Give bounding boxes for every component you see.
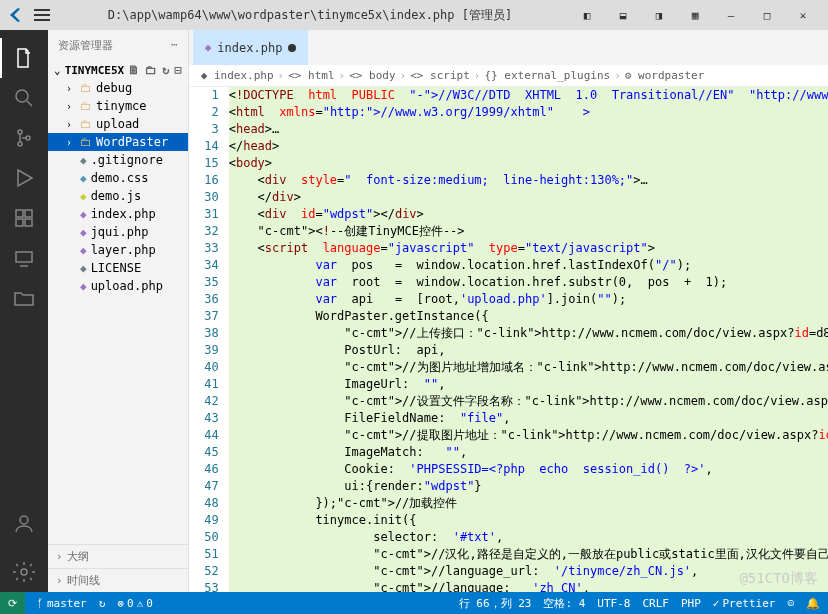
tree-item-upload-php[interactable]: ◆upload.php bbox=[48, 277, 188, 295]
svg-rect-4 bbox=[16, 210, 23, 217]
code-content[interactable]: <!DOCTYPE html PUBLIC "-">//W3C//DTD XHT… bbox=[229, 87, 828, 592]
tree-item-label: debug bbox=[96, 81, 132, 95]
folder-icon: 🗀 bbox=[80, 81, 92, 95]
tree-item-tinymce[interactable]: ›🗀tinymce bbox=[48, 97, 188, 115]
explorer-icon[interactable] bbox=[0, 38, 48, 78]
tree-item-label: jqui.php bbox=[91, 225, 149, 239]
layout-grid-icon[interactable]: ▦ bbox=[678, 2, 712, 28]
breadcrumb-item[interactable]: <> body bbox=[349, 69, 395, 82]
file-icon: ◆ bbox=[80, 154, 87, 167]
remote-indicator[interactable]: ⟳ bbox=[0, 592, 25, 614]
vscode-logo-icon bbox=[8, 7, 24, 23]
window-title: D:\app\wamp64\www\wordpaster\tinymce5x\i… bbox=[50, 7, 570, 24]
file-tree: ›🗀debug›🗀tinymce›🗀upload›🗀WordPaster◆.gi… bbox=[48, 79, 188, 544]
settings-icon[interactable] bbox=[0, 552, 48, 592]
tree-item-label: tinymce bbox=[96, 99, 147, 113]
tree-item-LICENSE[interactable]: ◆LICENSE bbox=[48, 259, 188, 277]
source-control-icon[interactable] bbox=[0, 118, 48, 158]
run-debug-icon[interactable] bbox=[0, 158, 48, 198]
tree-item-layer-php[interactable]: ◆layer.php bbox=[48, 241, 188, 259]
watermark: @51CTO博客 bbox=[739, 570, 818, 588]
svg-rect-8 bbox=[16, 252, 32, 262]
tab-bar: ◆ index.php ⧉ ◫ ⋯ bbox=[189, 30, 828, 65]
svg-point-2 bbox=[18, 142, 22, 146]
breadcrumb-item[interactable]: ⚙ wordpaster bbox=[625, 69, 704, 82]
project-header[interactable]: ⌄ TINYMCE5X 🗎 🗀 ↻ ⊟ bbox=[48, 61, 188, 79]
prettier-status[interactable]: ✓ Prettier bbox=[713, 597, 776, 610]
breadcrumb-item[interactable]: ◆ index.php bbox=[201, 69, 274, 82]
layout-bottom-icon[interactable]: ⬓ bbox=[606, 2, 640, 28]
refresh-icon[interactable]: ↻ bbox=[162, 63, 169, 77]
svg-point-9 bbox=[20, 516, 28, 524]
sidebar-more-icon[interactable]: ⋯ bbox=[171, 38, 178, 53]
encoding[interactable]: UTF-8 bbox=[597, 597, 630, 610]
code-area[interactable]: 1231415163031323334353637383940414243444… bbox=[189, 87, 828, 592]
problems[interactable]: ⊗ 0 ⚠ 0 bbox=[117, 597, 153, 610]
layout-left-icon[interactable]: ◧ bbox=[570, 2, 604, 28]
tree-item-demo-css[interactable]: ◆demo.css bbox=[48, 169, 188, 187]
minimize-button[interactable]: — bbox=[714, 2, 748, 28]
language-mode[interactable]: PHP bbox=[681, 597, 701, 610]
file-icon: ◆ bbox=[80, 226, 87, 239]
svg-rect-7 bbox=[25, 219, 32, 226]
menu-icon[interactable] bbox=[34, 14, 50, 16]
timeline-section[interactable]: ›时间线 bbox=[48, 568, 188, 592]
new-folder-icon[interactable]: 🗀 bbox=[145, 63, 157, 77]
cursor-position[interactable]: 行 66，列 23 bbox=[459, 596, 532, 611]
search-icon[interactable] bbox=[0, 78, 48, 118]
feedback-icon[interactable]: ☺ bbox=[787, 597, 794, 610]
sidebar: 资源管理器 ⋯ ⌄ TINYMCE5X 🗎 🗀 ↻ ⊟ ›🗀debug›🗀tin… bbox=[48, 30, 189, 592]
file-icon: ◆ bbox=[80, 190, 87, 203]
extensions-icon[interactable] bbox=[0, 198, 48, 238]
svg-point-10 bbox=[21, 569, 27, 575]
svg-rect-5 bbox=[25, 210, 32, 217]
tree-item-demo-js[interactable]: ◆demo.js bbox=[48, 187, 188, 205]
notifications-icon[interactable]: 🔔 bbox=[806, 597, 820, 610]
tree-item-jqui-php[interactable]: ◆jqui.php bbox=[48, 223, 188, 241]
tree-item-label: .gitignore bbox=[91, 153, 163, 167]
tree-item-label: index.php bbox=[91, 207, 156, 221]
layout-right-icon[interactable]: ◨ bbox=[642, 2, 676, 28]
maximize-button[interactable]: □ bbox=[750, 2, 784, 28]
tab-index-php[interactable]: ◆ index.php bbox=[193, 30, 309, 65]
tree-item-label: WordPaster bbox=[96, 135, 168, 149]
close-button[interactable]: ✕ bbox=[786, 2, 820, 28]
file-icon: ◆ bbox=[80, 208, 87, 221]
tree-item-label: demo.css bbox=[91, 171, 149, 185]
sidebar-title: 资源管理器 bbox=[58, 38, 113, 53]
tree-item-upload[interactable]: ›🗀upload bbox=[48, 115, 188, 133]
activity-bar bbox=[0, 30, 48, 592]
breadcrumb-item[interactable]: <> script bbox=[410, 69, 470, 82]
git-branch[interactable]: ᚶ master bbox=[37, 597, 87, 610]
indentation[interactable]: 空格: 4 bbox=[543, 596, 585, 611]
folders-icon[interactable] bbox=[0, 278, 48, 318]
new-file-icon[interactable]: 🗎 bbox=[128, 63, 140, 77]
breadcrumb[interactable]: ◆ index.php›<> html›<> body›<> script›{}… bbox=[189, 65, 828, 87]
collapse-icon[interactable]: ⊟ bbox=[174, 63, 181, 77]
remote-explorer-icon[interactable] bbox=[0, 238, 48, 278]
outline-section[interactable]: ›大纲 bbox=[48, 544, 188, 568]
svg-point-0 bbox=[16, 90, 28, 102]
tree-item-label: upload.php bbox=[91, 279, 163, 293]
file-icon: ◆ bbox=[80, 244, 87, 257]
file-icon: ◆ bbox=[80, 262, 87, 275]
editor: ◆ index.php ⧉ ◫ ⋯ ◆ index.php›<> html›<>… bbox=[189, 30, 828, 592]
line-gutter: 1231415163031323334353637383940414243444… bbox=[189, 87, 229, 592]
breadcrumb-item[interactable]: {} external_plugins bbox=[484, 69, 610, 82]
breadcrumb-item[interactable]: <> html bbox=[288, 69, 334, 82]
account-icon[interactable] bbox=[0, 504, 48, 544]
eol[interactable]: CRLF bbox=[642, 597, 669, 610]
tree-item-label: upload bbox=[96, 117, 139, 131]
folder-icon: 🗀 bbox=[80, 99, 92, 113]
git-sync[interactable]: ↻ bbox=[99, 597, 106, 610]
tree-item-debug[interactable]: ›🗀debug bbox=[48, 79, 188, 97]
folder-icon: 🗀 bbox=[80, 117, 92, 131]
tree-item-WordPaster[interactable]: ›🗀WordPaster bbox=[48, 133, 188, 151]
tree-item--gitignore[interactable]: ◆.gitignore bbox=[48, 151, 188, 169]
php-icon: ◆ bbox=[205, 41, 212, 54]
tree-item-label: layer.php bbox=[91, 243, 156, 257]
tab-label: index.php bbox=[217, 41, 282, 55]
tree-item-index-php[interactable]: ◆index.php bbox=[48, 205, 188, 223]
tree-item-label: demo.js bbox=[91, 189, 142, 203]
tree-item-label: LICENSE bbox=[91, 261, 142, 275]
